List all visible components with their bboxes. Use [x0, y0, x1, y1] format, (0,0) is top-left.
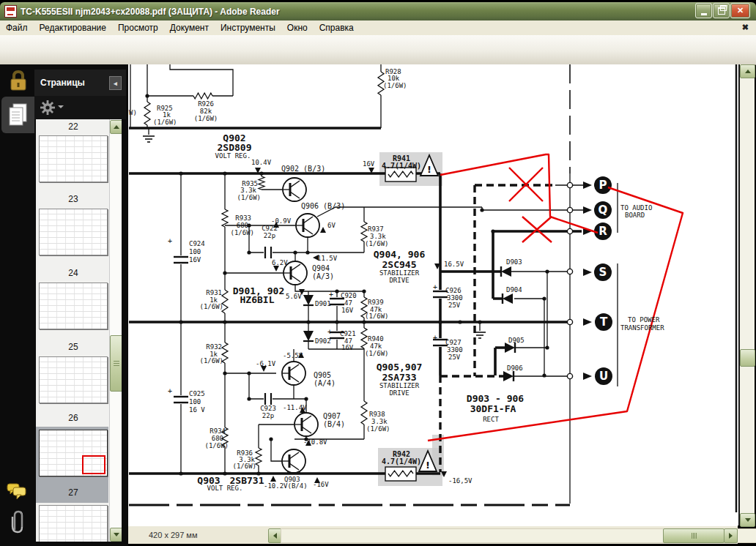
schematic-label: (1/6W)	[199, 357, 223, 364]
junction-dot	[145, 94, 149, 97]
junction-dot	[438, 320, 442, 324]
page-label-24[interactable]: 24	[39, 268, 108, 278]
schematic-label: 22p	[264, 232, 275, 239]
schematic-label: C925	[189, 390, 205, 397]
page-label-23[interactable]: 23	[39, 194, 108, 204]
connector-circle	[567, 182, 572, 187]
schematic-label: TRANSFORMER	[620, 324, 664, 332]
page-thumbnails-list: 22 23 24 25 26 27	[36, 119, 122, 542]
thumbnails-scroll-up-button[interactable]	[110, 120, 122, 134]
terminal-letter: R	[598, 225, 607, 238]
lock-icon	[9, 70, 28, 93]
schematic-label: 2SD809	[218, 142, 252, 153]
schematic-label: 47k	[370, 343, 382, 350]
hscroll-right-button[interactable]	[724, 528, 738, 543]
resistor	[144, 102, 150, 125]
gear-icon[interactable]	[40, 100, 55, 115]
junction-dot	[223, 171, 226, 175]
schematic-label: R926	[198, 100, 214, 108]
schematic-label: D903 - 906	[467, 393, 524, 404]
schematic-label: (1/6W)	[204, 442, 229, 449]
junction-dot	[223, 371, 226, 375]
schematic-label: D902	[315, 337, 331, 345]
schematic-label: -0.9V	[271, 217, 292, 225]
schematic-label: Q904	[312, 264, 330, 272]
schematic-label: 16V	[341, 344, 354, 351]
schematic-label: 3300	[447, 294, 463, 302]
menu-help[interactable]: Справка	[314, 21, 360, 34]
schematic-label: D901	[315, 300, 331, 307]
menubar-close-icon[interactable]: ✖	[742, 23, 749, 32]
pages-panel-toolbar	[34, 96, 126, 119]
schematic-label: (1/6W)	[366, 425, 390, 433]
page-thumbnail-27-selected[interactable]	[39, 430, 108, 476]
menu-document[interactable]: Документ	[164, 21, 215, 34]
pages-tab[interactable]	[1, 97, 34, 133]
close-button[interactable]: ✕	[730, 3, 750, 18]
attachments-paperclip-icon[interactable]	[9, 509, 28, 534]
schematic-label: D904	[506, 286, 522, 293]
page-label-26[interactable]: 26	[39, 413, 108, 423]
comments-icon[interactable]	[6, 482, 28, 501]
schematic-label: D903	[506, 258, 522, 266]
schematic-label: 680	[237, 222, 248, 229]
schematic-label: 10k	[388, 75, 400, 82]
schematic-label: C920	[341, 292, 357, 299]
schematic-label: -16V	[313, 481, 329, 488]
schematic-label: D905	[508, 337, 525, 344]
junction-dot	[247, 371, 251, 375]
thumbnails-scroll-down-button[interactable]	[110, 528, 122, 542]
schematic-label: 16V	[341, 307, 354, 314]
horizontal-scrollbar-thumb[interactable]	[663, 528, 724, 543]
schematic-label: +	[168, 387, 172, 395]
doc-vscrollbar-thumb[interactable]	[740, 349, 755, 367]
doc-scroll-down-button[interactable]	[740, 513, 755, 527]
schematic-label: 100	[189, 398, 201, 405]
resistor	[222, 209, 228, 227]
page-label-27[interactable]: 27	[39, 487, 108, 498]
schematic-label: -5.5V	[283, 352, 303, 359]
menu-view[interactable]: Просмотр	[112, 21, 164, 34]
schematic-label: C921	[340, 330, 356, 337]
collapse-panel-button[interactable]: ◂	[109, 76, 122, 90]
junction-dot	[480, 208, 483, 212]
page-thumbnail-24[interactable]	[39, 209, 108, 255]
doc-scroll-up-button[interactable]	[740, 64, 755, 78]
menu-window[interactable]: Окно	[281, 21, 314, 34]
schematic-label: R940	[368, 335, 384, 343]
junction-dot	[179, 320, 182, 324]
menu-tools[interactable]: Инструменты	[215, 21, 281, 34]
schematic-label: VOLT REG.	[207, 485, 243, 492]
junction-dot	[491, 229, 494, 233]
schematic-label: Q904, 906	[374, 249, 426, 260]
gear-dropdown-arrow[interactable]	[58, 105, 64, 108]
scroll-down-icon	[745, 518, 751, 522]
page-label-22[interactable]: 22	[39, 121, 108, 132]
restore-button[interactable]	[713, 3, 730, 18]
schematic-label: C927	[445, 339, 462, 346]
junction-dot	[306, 320, 310, 324]
page-thumbnail-26[interactable]	[39, 356, 108, 403]
scroll-up-icon	[745, 70, 751, 73]
schematic-label: RECT	[483, 416, 499, 423]
menu-edit[interactable]: Редактирование	[34, 21, 112, 34]
page-thumbnail-28-partial[interactable]	[39, 505, 108, 542]
schematic-label: (1/6W)	[365, 350, 389, 357]
status-bar: 420 x 297 мм	[128, 526, 738, 544]
page-label-25[interactable]: 25	[39, 342, 108, 352]
schematic-label: (1/6W)	[232, 463, 256, 470]
page-thumbnail-25[interactable]	[39, 283, 108, 329]
thumbnails-scrollbar	[109, 119, 122, 542]
minimize-button[interactable]	[695, 3, 712, 18]
document-page[interactable]: !!PQRSTUW)R9251k(1/6W)R92682k(1/6W)R9281…	[128, 64, 738, 526]
current-view-rectangle[interactable]	[82, 455, 105, 474]
page-thumbnail-23[interactable]	[39, 135, 108, 182]
thumbnails-scrollbar-thumb[interactable]	[110, 335, 122, 392]
schematic-label: (1/6W)	[365, 240, 389, 247]
menu-file[interactable]: Файл	[0, 21, 34, 34]
junction-dot	[179, 471, 182, 475]
schematic-label: 3.3k	[370, 233, 386, 240]
schematic-label: R931	[206, 289, 222, 296]
junction-dot	[223, 320, 226, 324]
schematic-label: 3.3k	[371, 418, 388, 425]
